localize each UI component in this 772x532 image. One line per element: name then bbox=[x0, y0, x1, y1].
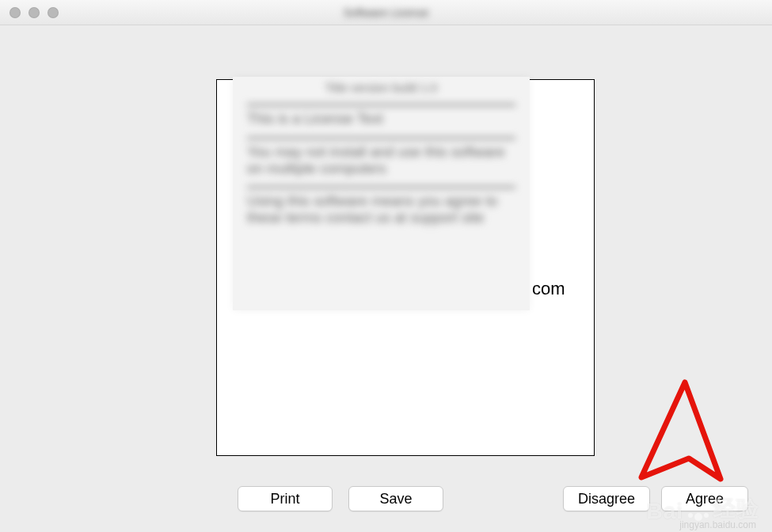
disagree-button[interactable]: Disagree bbox=[563, 486, 650, 511]
minimize-icon[interactable] bbox=[29, 7, 40, 18]
blurred-line: This is a License Text bbox=[247, 104, 515, 127]
traffic-lights bbox=[10, 7, 59, 18]
visible-text-fragment: com bbox=[532, 279, 565, 299]
blurred-document-overlay: Title version build 1.0 This is a Licens… bbox=[233, 77, 530, 310]
blurred-line: You may not install and use this softwar… bbox=[247, 137, 515, 177]
agree-button[interactable]: Agree bbox=[661, 486, 748, 511]
save-button[interactable]: Save bbox=[348, 486, 443, 511]
blurred-line: Using this software means you agree to t… bbox=[247, 186, 515, 226]
pawprint-icon bbox=[688, 513, 709, 521]
watermark-sub: jingyan.baidu.com bbox=[679, 519, 756, 530]
maximize-icon[interactable] bbox=[48, 7, 59, 18]
button-row: Print Save Disagree Agree bbox=[238, 486, 748, 511]
close-icon[interactable] bbox=[10, 7, 21, 18]
print-button[interactable]: Print bbox=[238, 486, 333, 511]
titlebar: Software License bbox=[0, 0, 772, 25]
window-title: Software License bbox=[0, 6, 772, 19]
blurred-heading: Title version build 1.0 bbox=[247, 81, 515, 94]
